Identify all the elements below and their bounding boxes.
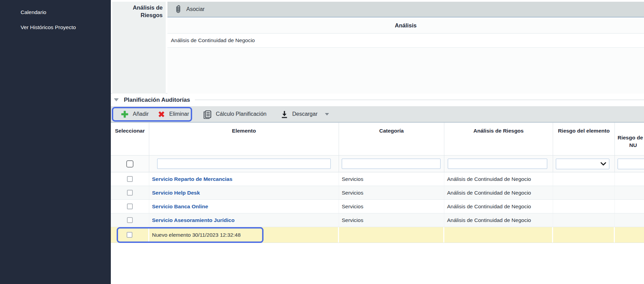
element-link[interactable]: Servicio Reparto de Mercancias: [152, 176, 232, 182]
sidebar-item-ver-historicos-proyecto[interactable]: Ver Históricos Proyecto: [0, 20, 111, 35]
table-header-row: Seleccionar Elemento Categoría Análisis …: [111, 122, 644, 155]
cell-categoria: Servicios: [339, 200, 444, 213]
cell-analisis: Análisis de Continuidad de Negocio: [444, 172, 553, 186]
eliminar-label: Eliminar: [169, 111, 189, 117]
cell-categoria: [339, 227, 444, 243]
row-checkbox[interactable]: [127, 203, 133, 209]
table-row: Servicio Reparto de Mercancias Servicios…: [111, 172, 644, 186]
table-row: Servicio Help Desk Servicios Análisis de…: [111, 186, 644, 200]
main-content: Análisis de Riesgos Asociar Análisis: [111, 0, 644, 284]
cell-analisis: Análisis de Continuidad de Negocio: [444, 200, 553, 213]
triangle-down-icon[interactable]: [114, 98, 119, 101]
table-row-new-element: Nuevo elemento 30/11/2023 12:32:48: [111, 227, 644, 243]
cell-analisis: Análisis de Continuidad de Negocio: [444, 186, 553, 199]
sidebar: Calendario Ver Históricos Proyecto: [0, 0, 111, 284]
cell-categoria: Servicios: [339, 213, 444, 227]
anadir-button[interactable]: Añadir: [118, 109, 151, 120]
column-header-seleccionar: Seleccionar: [111, 123, 149, 155]
asociar-toolbar: Asociar: [167, 2, 644, 17]
chevron-down-icon: [600, 162, 606, 166]
column-header-categoria: Categoría: [339, 123, 444, 155]
app-root: Calendario Ver Históricos Proyecto Análi…: [0, 0, 644, 284]
planning-table: Seleccionar Elemento Categoría Análisis …: [111, 122, 644, 243]
anadir-label: Añadir: [133, 111, 149, 117]
sidebar-item-calendario[interactable]: Calendario: [0, 5, 111, 20]
cell-analisis: [444, 227, 553, 243]
cell-categoria: Servicios: [339, 186, 444, 199]
column-header-elemento: Elemento: [149, 123, 339, 155]
table-row: Servicio Banca Online Servicios Análisis…: [111, 200, 644, 213]
download-arrow-icon: [280, 110, 289, 119]
row-checkbox[interactable]: [127, 232, 132, 238]
column-header-riesgo-del-elemento: Riesgo del elemento: [553, 123, 615, 155]
table-filter-row: [111, 155, 644, 172]
title-rule-line: [195, 100, 644, 100]
paperclip-icon: [175, 5, 182, 14]
caret-down-icon: [325, 113, 329, 115]
plus-icon: [120, 110, 129, 119]
section-title-row: Planificación Auditorías: [111, 94, 644, 106]
risk-label-line2: Riesgos: [112, 12, 163, 19]
select-all-checkbox[interactable]: [126, 160, 133, 168]
descargar-button[interactable]: Descargar: [278, 109, 331, 120]
risk-analysis-table: Asociar Análisis Análisis de Continuidad…: [167, 2, 644, 94]
filter-select-riesgo-de-nu[interactable]: [618, 159, 644, 169]
eliminar-button[interactable]: Eliminar: [155, 109, 191, 120]
row-checkbox[interactable]: [127, 217, 133, 223]
risk-label-line1: Análisis de: [112, 4, 163, 12]
new-element-label: Nuevo elemento 30/11/2023 12:32:48: [149, 227, 339, 243]
filter-input-categoria[interactable]: [342, 159, 441, 169]
planning-audits-section: Planificación Auditorías Añadir: [111, 94, 644, 243]
x-cross-icon: [157, 110, 165, 118]
risk-analysis-field-label: Análisis de Riesgos: [112, 2, 166, 94]
column-header-riesgo-de-nu: Riesgo de NU: [615, 123, 644, 155]
filter-select-riesgo-del-elemento[interactable]: [556, 159, 609, 169]
descargar-label: Descargar: [292, 111, 318, 117]
table-row: Servicio Asesoramiento Jurídico Servicio…: [111, 213, 644, 227]
row-checkbox[interactable]: [127, 176, 133, 182]
filter-input-elemento[interactable]: [157, 159, 331, 169]
cell-categoria: Servicios: [339, 172, 444, 186]
document-lines-icon: [203, 110, 212, 119]
calculo-planificacion-button[interactable]: Cálculo Planificación: [201, 108, 269, 120]
planning-toolbar: Añadir Eliminar: [111, 106, 644, 122]
row-checkbox[interactable]: [127, 190, 133, 196]
element-link[interactable]: Servicio Banca Online: [152, 203, 208, 210]
section-title: Planificación Auditorías: [124, 97, 190, 103]
calculo-planificacion-label: Cálculo Planificación: [216, 111, 267, 117]
column-header-analisis-de-riesgos: Análisis de Riesgos: [444, 123, 553, 155]
asociar-label: Asociar: [186, 6, 204, 12]
analysis-column-header: Análisis: [167, 17, 644, 34]
element-link[interactable]: Servicio Asesoramiento Jurídico: [152, 217, 235, 223]
cell-analisis: Análisis de Continuidad de Negocio: [444, 213, 553, 227]
element-link[interactable]: Servicio Help Desk: [152, 190, 200, 196]
asociar-button[interactable]: Asociar: [172, 3, 208, 15]
risk-analysis-section: Análisis de Riesgos Asociar Análisis: [111, 0, 644, 94]
filter-input-analisis-de-riesgos[interactable]: [448, 159, 547, 169]
analysis-table-row[interactable]: Análisis de Continuidad de Negocio: [167, 34, 644, 48]
